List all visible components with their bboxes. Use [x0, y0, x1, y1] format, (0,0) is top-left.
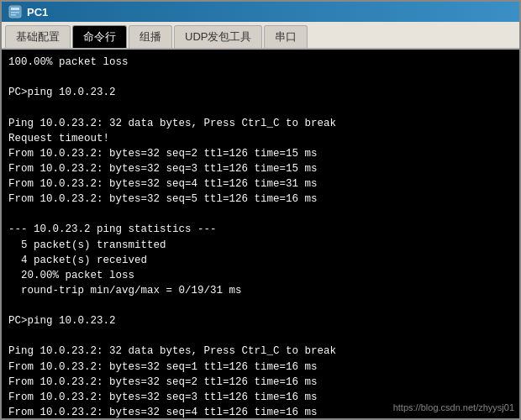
tab-udp[interactable]: UDP发包工具: [174, 25, 262, 48]
tab-multicast[interactable]: 组播: [129, 25, 172, 48]
tab-cmd[interactable]: 命令行: [72, 25, 127, 48]
tab-basic[interactable]: 基础配置: [5, 25, 71, 48]
terminal-output: 100.00% packet loss PC>ping 10.0.23.2 Pi…: [8, 55, 513, 418]
svg-rect-3: [11, 14, 16, 16]
window-title: PC1: [27, 6, 48, 18]
title-bar: PC1: [2, 2, 519, 22]
tab-serial[interactable]: 串口: [264, 25, 308, 48]
svg-rect-2: [11, 12, 19, 13]
tab-bar: 基础配置 命令行 组播 UDP发包工具 串口: [2, 22, 519, 50]
terminal[interactable]: 100.00% packet loss PC>ping 10.0.23.2 Pi…: [2, 50, 519, 418]
window: PC1 基础配置 命令行 组播 UDP发包工具 串口 100.00% packe…: [0, 0, 521, 420]
watermark: https://blog.csdn.net/zhyysj01: [393, 402, 514, 415]
svg-rect-1: [11, 8, 19, 10]
window-icon: [8, 5, 22, 18]
